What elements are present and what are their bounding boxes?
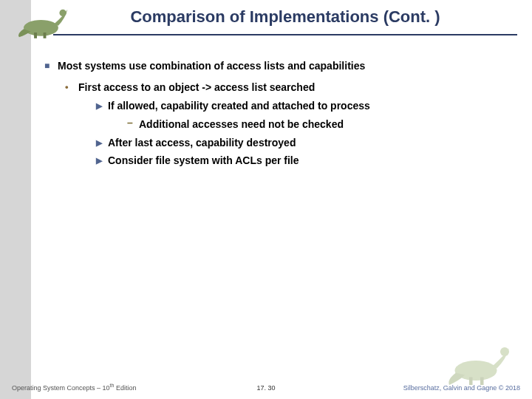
slide-footer: Operating System Concepts – 10th Edition… — [0, 377, 532, 399]
dinosaur-small-icon — [13, 4, 71, 40]
bullet-text: Additional accesses need not be checked — [139, 117, 344, 132]
triangle-bullet-icon: ▶ — [96, 136, 108, 150]
bullet-level-3: ▶ Consider file system with ACLs per fil… — [96, 154, 517, 168]
copyright: Silberschatz, Galvin and Gagne © 2018 — [403, 384, 520, 392]
bullet-level-2: • First access to an object -> access li… — [65, 81, 517, 95]
dash-bullet-icon: – — [127, 117, 139, 132]
svg-point-0 — [24, 20, 58, 36]
bullet-text: Consider file system with ACLs per file — [108, 154, 299, 168]
bullet-level-4: – Additional accesses need not be checke… — [127, 117, 517, 132]
triangle-bullet-icon: ▶ — [96, 154, 108, 168]
bullet-level-3: ▶ If allowed, capability created and att… — [96, 99, 517, 113]
bullet-text: Most systems use combination of access l… — [58, 59, 365, 73]
sidebar-strip — [0, 0, 31, 399]
svg-point-5 — [500, 347, 509, 356]
svg-rect-2 — [34, 33, 37, 38]
bullet-text: If allowed, capability created and attac… — [108, 99, 370, 113]
bullet-level-3: ▶ After last access, capability destroye… — [96, 136, 517, 150]
square-bullet-icon: ■ — [44, 59, 58, 73]
bullet-text: First access to an object -> access list… — [78, 81, 315, 95]
svg-point-1 — [59, 10, 66, 16]
bullet-text: After last access, capability destroyed — [108, 136, 296, 150]
slide-body: ■ Most systems use combination of access… — [44, 59, 517, 172]
svg-rect-3 — [44, 33, 47, 38]
slide-header: Comparison of Implementations (Cont. ) — [31, 0, 532, 35]
triangle-bullet-icon: ▶ — [96, 99, 108, 113]
bullet-level-1: ■ Most systems use combination of access… — [44, 59, 517, 73]
slide: Comparison of Implementations (Cont. ) ■… — [0, 0, 532, 399]
slide-title: Comparison of Implementations (Cont. ) — [46, 7, 525, 34]
dot-bullet-icon: • — [65, 81, 78, 95]
title-underline — [53, 34, 517, 35]
